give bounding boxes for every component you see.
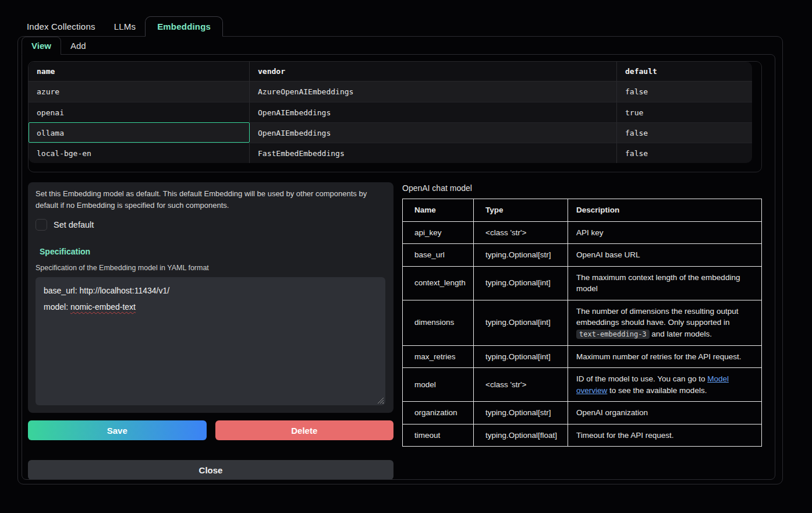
cell-default[interactable]: false: [617, 143, 752, 163]
cell-name[interactable]: openai: [29, 102, 250, 122]
doc-cell-type: <class 'str'>: [474, 221, 568, 244]
doc-cell-description: The number of dimensions the resulting o…: [568, 300, 762, 345]
cell-vendor[interactable]: OpenAIEmbeddings: [250, 102, 617, 122]
doc-cell-name: dimensions: [403, 300, 474, 345]
doc-table-row: dimensions typing.Optional[int] The numb…: [403, 300, 762, 345]
inline-code: text-embedding-3: [576, 330, 650, 339]
tab-index-collections[interactable]: Index Collections: [17, 16, 105, 36]
embeddings-table-header: name vendor default: [29, 62, 752, 82]
table-row[interactable]: azure AzureOpenAIEmbeddings false: [29, 82, 752, 102]
doc-cell-name: timeout: [403, 424, 474, 447]
doc-cell-name: api_key: [403, 221, 474, 244]
doc-cell-name: organization: [403, 402, 474, 424]
doc-column-description: Description: [568, 199, 762, 222]
doc-table-header: Name Type Description: [403, 199, 762, 222]
delete-button[interactable]: Delete: [215, 420, 394, 440]
model-doc-table: Name Type Description api_key <class 'st…: [402, 199, 762, 447]
yaml-line-1: base_url: http://localhost:11434/v1/: [44, 283, 377, 299]
doc-cell-type: typing.Optional[int]: [474, 300, 568, 345]
cell-vendor[interactable]: OpenAIEmbeddings: [250, 122, 617, 143]
doc-table-row: model <class 'str'> ID of the model to u…: [403, 368, 762, 402]
save-button[interactable]: Save: [28, 420, 207, 440]
column-header-name: name: [29, 62, 250, 82]
default-and-spec-card: Set this Embedding model as default. Thi…: [28, 182, 393, 413]
doc-table-row: base_url typing.Optional[str] OpenAI bas…: [403, 244, 762, 267]
cell-default[interactable]: false: [617, 82, 752, 102]
cell-default[interactable]: false: [617, 122, 752, 143]
yaml-spec-editor[interactable]: base_url: http://localhost:11434/v1/ mod…: [36, 277, 385, 405]
doc-cell-name: base_url: [403, 244, 474, 267]
tab-add[interactable]: Add: [61, 37, 95, 54]
doc-table-row: context_length typing.Optional[int] The …: [403, 266, 762, 300]
cell-name[interactable]: ollama: [29, 122, 250, 143]
column-header-default: default: [617, 62, 752, 82]
doc-cell-name: model: [403, 368, 474, 402]
embeddings-tab-panel: View Add name vendor default azure Azure…: [17, 36, 783, 484]
cell-vendor[interactable]: FastEmbedEmbeddings: [250, 143, 617, 163]
set-default-description: Set this Embedding model as default. Thi…: [36, 188, 385, 211]
doc-cell-name: max_retries: [403, 345, 474, 368]
doc-cell-description: OpenAI base URL: [568, 244, 762, 267]
cell-default[interactable]: true: [617, 102, 752, 122]
cell-name[interactable]: azure: [29, 82, 250, 102]
tab-view[interactable]: View: [22, 37, 61, 54]
doc-table-row: max_retries typing.Optional[int] Maximum…: [403, 345, 762, 368]
doc-cell-description: Timeout for the API request.: [568, 424, 762, 447]
doc-table-row: api_key <class 'str'> API key: [403, 221, 762, 244]
doc-cell-description: API key: [568, 221, 762, 244]
close-button[interactable]: Close: [28, 460, 393, 480]
embeddings-table-card: name vendor default azure AzureOpenAIEmb…: [28, 61, 762, 172]
resize-handle[interactable]: [377, 397, 384, 404]
specification-sublabel: Specification of the Embedding model in …: [36, 264, 385, 272]
doc-cell-description: OpenAI organization: [568, 402, 762, 424]
set-default-label: Set default: [54, 220, 94, 229]
doc-column-name: Name: [403, 199, 474, 222]
doc-column-type: Type: [474, 199, 568, 222]
doc-cell-type: <class 'str'>: [474, 368, 568, 402]
doc-cell-description: Maximum number of retries for the API re…: [568, 345, 762, 368]
embeddings-table: name vendor default azure AzureOpenAIEmb…: [29, 62, 752, 163]
table-row[interactable]: openai OpenAIEmbeddings true: [29, 102, 752, 122]
misspelled-word: nomic-embed-text: [70, 302, 136, 312]
table-row[interactable]: local-bge-en FastEmbedEmbeddings false: [29, 143, 752, 163]
doc-table-row: organization typing.Optional[str] OpenAI…: [403, 402, 762, 424]
view-tab-panel: name vendor default azure AzureOpenAIEmb…: [22, 54, 775, 480]
set-default-row: Set default: [36, 219, 385, 231]
doc-cell-type: typing.Optional[str]: [474, 402, 568, 424]
doc-cell-type: typing.Optional[float]: [474, 424, 568, 447]
specification-heading: Specification: [40, 247, 385, 256]
table-row[interactable]: ollama OpenAIEmbeddings false: [29, 122, 752, 143]
doc-cell-type: typing.Optional[str]: [474, 244, 568, 267]
doc-table-row: timeout typing.Optional[float] Timeout f…: [403, 424, 762, 447]
main-tab-bar: Index Collections LLMs Embeddings: [17, 0, 812, 36]
doc-cell-name: context_length: [403, 266, 474, 300]
cell-vendor[interactable]: AzureOpenAIEmbeddings: [250, 82, 617, 102]
doc-cell-type: typing.Optional[int]: [474, 266, 568, 300]
doc-cell-description: ID of the model to use. You can go to Mo…: [568, 368, 762, 402]
column-header-vendor: vendor: [250, 62, 617, 82]
model-doc-title: OpenAI chat model: [402, 182, 769, 193]
set-default-checkbox[interactable]: [36, 219, 47, 231]
sub-tab-bar: View Add: [18, 37, 782, 54]
doc-cell-type: typing.Optional[int]: [474, 345, 568, 368]
tab-llms[interactable]: LLMs: [105, 16, 145, 36]
cell-name[interactable]: local-bge-en: [29, 143, 250, 163]
yaml-line-2: model: nomic-embed-text: [44, 299, 377, 315]
tab-embeddings[interactable]: Embeddings: [145, 16, 223, 36]
doc-cell-description: The maximum context length of the embedd…: [568, 266, 762, 300]
